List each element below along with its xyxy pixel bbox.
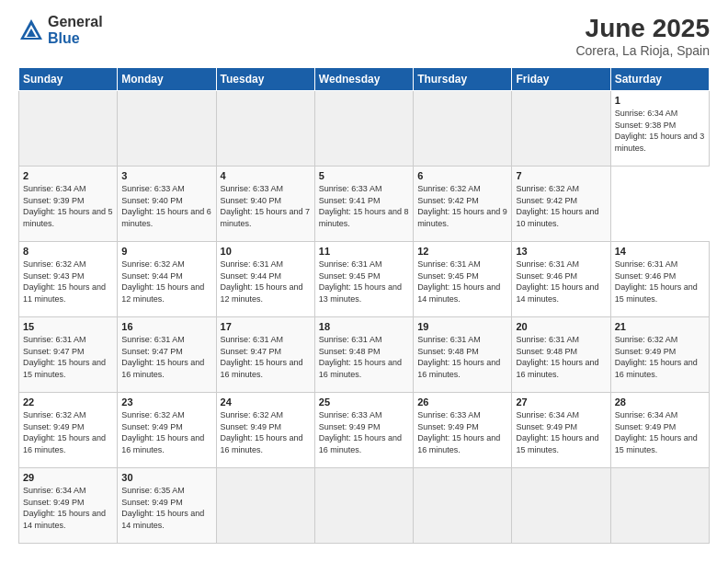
sunrise-text: Sunrise: 6:32 AM: [23, 409, 113, 421]
sunrise-text: Sunrise: 6:31 AM: [121, 334, 211, 346]
sunset-text: Sunset: 9:45 PM: [417, 270, 507, 282]
day-number: 14: [615, 246, 705, 257]
day-detail: Sunrise: 6:33 AM Sunset: 9:40 PM Dayligh…: [221, 183, 311, 229]
day-number: 29: [23, 472, 113, 483]
daylight-text: Daylight: 15 hours and 12 minutes.: [121, 282, 211, 304]
calendar-cell: 17 Sunrise: 6:31 AM Sunset: 9:47 PM Dayl…: [216, 317, 314, 393]
sunrise-text: Sunrise: 6:32 AM: [221, 409, 311, 421]
calendar-cell: 21 Sunrise: 6:32 AM Sunset: 9:49 PM Dayl…: [610, 317, 709, 393]
sunset-text: Sunset: 9:49 PM: [221, 421, 311, 433]
sunset-text: Sunset: 9:44 PM: [221, 270, 311, 282]
day-number: 11: [319, 246, 409, 257]
daylight-text: Daylight: 15 hours and 16 minutes.: [417, 357, 507, 380]
sunset-text: Sunset: 9:48 PM: [417, 346, 507, 358]
calendar-cell: 14 Sunrise: 6:31 AM Sunset: 9:46 PM Dayl…: [610, 242, 709, 317]
calendar-week-row: 1 Sunrise: 6:34 AM Sunset: 9:38 PM Dayli…: [19, 91, 710, 167]
day-detail: Sunrise: 6:32 AM Sunset: 9:49 PM Dayligh…: [221, 409, 311, 455]
sunrise-text: Sunrise: 6:32 AM: [121, 409, 211, 421]
day-detail: Sunrise: 6:33 AM Sunset: 9:49 PM Dayligh…: [417, 409, 507, 455]
day-detail: Sunrise: 6:31 AM Sunset: 9:48 PM Dayligh…: [319, 334, 409, 380]
day-detail: Sunrise: 6:33 AM Sunset: 9:49 PM Dayligh…: [319, 409, 409, 455]
calendar-cell: 7 Sunrise: 6:32 AM Sunset: 9:42 PM Dayli…: [512, 167, 610, 242]
day-detail: Sunrise: 6:34 AM Sunset: 9:49 PM Dayligh…: [516, 409, 606, 455]
sunset-text: Sunset: 9:42 PM: [417, 195, 507, 207]
day-number: 17: [221, 321, 311, 332]
subtitle: Corera, La Rioja, Spain: [575, 43, 710, 58]
col-saturday: Saturday: [610, 68, 709, 91]
calendar-cell: 19 Sunrise: 6:31 AM Sunset: 9:48 PM Dayl…: [414, 317, 512, 393]
logo-blue-text: Blue: [48, 30, 103, 47]
sunset-text: Sunset: 9:47 PM: [221, 346, 311, 358]
day-number: 23: [121, 396, 211, 408]
header: General Blue June 2025 Corera, La Rioja,…: [18, 14, 710, 58]
calendar-cell: 1 Sunrise: 6:34 AM Sunset: 9:38 PM Dayli…: [610, 91, 709, 167]
calendar-cell: [19, 91, 118, 167]
calendar-cell: [414, 468, 512, 544]
day-detail: Sunrise: 6:34 AM Sunset: 9:39 PM Dayligh…: [23, 183, 113, 229]
col-friday: Friday: [512, 68, 610, 91]
calendar-cell: [314, 91, 413, 167]
sunrise-text: Sunrise: 6:31 AM: [516, 259, 606, 270]
sunset-text: Sunset: 9:47 PM: [121, 346, 211, 358]
sunset-text: Sunset: 9:38 PM: [615, 120, 705, 132]
sunrise-text: Sunrise: 6:34 AM: [615, 409, 705, 421]
daylight-text: Daylight: 15 hours and 16 minutes.: [319, 432, 409, 455]
sunrise-text: Sunrise: 6:34 AM: [516, 409, 606, 421]
logo-text: General Blue: [48, 14, 103, 46]
day-detail: Sunrise: 6:32 AM Sunset: 9:49 PM Dayligh…: [121, 409, 211, 455]
sunset-text: Sunset: 9:49 PM: [319, 421, 409, 433]
calendar-cell: 13 Sunrise: 6:31 AM Sunset: 9:46 PM Dayl…: [512, 242, 610, 317]
daylight-text: Daylight: 15 hours and 14 minutes.: [516, 282, 606, 304]
day-number: 20: [516, 321, 606, 332]
sunset-text: Sunset: 9:49 PM: [615, 421, 705, 433]
sunrise-text: Sunrise: 6:34 AM: [23, 183, 113, 195]
day-detail: Sunrise: 6:31 AM Sunset: 9:45 PM Dayligh…: [417, 259, 507, 304]
day-detail: Sunrise: 6:34 AM Sunset: 9:38 PM Dayligh…: [615, 108, 705, 154]
calendar-cell: [414, 91, 512, 167]
day-detail: Sunrise: 6:31 AM Sunset: 9:47 PM Dayligh…: [23, 334, 113, 380]
day-detail: Sunrise: 6:31 AM Sunset: 9:48 PM Dayligh…: [417, 334, 507, 380]
daylight-text: Daylight: 15 hours and 16 minutes.: [319, 357, 409, 380]
daylight-text: Daylight: 15 hours and 16 minutes.: [615, 357, 705, 380]
sunrise-text: Sunrise: 6:31 AM: [221, 259, 311, 270]
sunset-text: Sunset: 9:44 PM: [121, 270, 211, 282]
calendar: Sunday Monday Tuesday Wednesday Thursday…: [18, 67, 710, 544]
page: General Blue June 2025 Corera, La Rioja,…: [0, 0, 728, 563]
sunrise-text: Sunrise: 6:33 AM: [221, 183, 311, 195]
day-number: 7: [516, 170, 606, 181]
calendar-cell: 23 Sunrise: 6:32 AM Sunset: 9:49 PM Dayl…: [118, 393, 216, 468]
calendar-week-row: 2 Sunrise: 6:34 AM Sunset: 9:39 PM Dayli…: [19, 167, 710, 242]
daylight-text: Daylight: 15 hours and 16 minutes.: [516, 357, 606, 380]
daylight-text: Daylight: 15 hours and 9 minutes.: [417, 206, 507, 229]
calendar-cell: [512, 468, 610, 544]
day-detail: Sunrise: 6:32 AM Sunset: 9:43 PM Dayligh…: [23, 259, 113, 304]
sunrise-text: Sunrise: 6:31 AM: [516, 334, 606, 346]
calendar-cell: 25 Sunrise: 6:33 AM Sunset: 9:49 PM Dayl…: [314, 393, 413, 468]
day-detail: Sunrise: 6:32 AM Sunset: 9:44 PM Dayligh…: [121, 259, 211, 304]
calendar-cell: 2 Sunrise: 6:34 AM Sunset: 9:39 PM Dayli…: [19, 167, 118, 242]
daylight-text: Daylight: 15 hours and 15 minutes.: [615, 282, 705, 304]
calendar-week-row: 29 Sunrise: 6:34 AM Sunset: 9:49 PM Dayl…: [19, 468, 710, 544]
calendar-cell: 3 Sunrise: 6:33 AM Sunset: 9:40 PM Dayli…: [118, 167, 216, 242]
sunrise-text: Sunrise: 6:32 AM: [615, 334, 705, 346]
sunset-text: Sunset: 9:48 PM: [319, 346, 409, 358]
sunrise-text: Sunrise: 6:32 AM: [23, 259, 113, 270]
calendar-cell: 15 Sunrise: 6:31 AM Sunset: 9:47 PM Dayl…: [19, 317, 118, 393]
day-number: 22: [23, 396, 113, 408]
col-thursday: Thursday: [414, 68, 512, 91]
day-number: 30: [121, 472, 211, 483]
sunrise-text: Sunrise: 6:34 AM: [615, 108, 705, 120]
calendar-header-row: Sunday Monday Tuesday Wednesday Thursday…: [19, 68, 710, 91]
sunset-text: Sunset: 9:49 PM: [23, 497, 113, 509]
day-detail: Sunrise: 6:34 AM Sunset: 9:49 PM Dayligh…: [23, 485, 113, 531]
sunrise-text: Sunrise: 6:31 AM: [417, 259, 507, 270]
day-detail: Sunrise: 6:33 AM Sunset: 9:40 PM Dayligh…: [121, 183, 211, 229]
sunset-text: Sunset: 9:46 PM: [516, 270, 606, 282]
sunrise-text: Sunrise: 6:31 AM: [23, 334, 113, 346]
sunrise-text: Sunrise: 6:31 AM: [221, 334, 311, 346]
day-detail: Sunrise: 6:35 AM Sunset: 9:49 PM Dayligh…: [121, 485, 211, 531]
calendar-cell: 12 Sunrise: 6:31 AM Sunset: 9:45 PM Dayl…: [414, 242, 512, 317]
day-detail: Sunrise: 6:32 AM Sunset: 9:49 PM Dayligh…: [615, 334, 705, 380]
calendar-week-row: 8 Sunrise: 6:32 AM Sunset: 9:43 PM Dayli…: [19, 242, 710, 317]
daylight-text: Daylight: 15 hours and 16 minutes.: [121, 357, 211, 380]
